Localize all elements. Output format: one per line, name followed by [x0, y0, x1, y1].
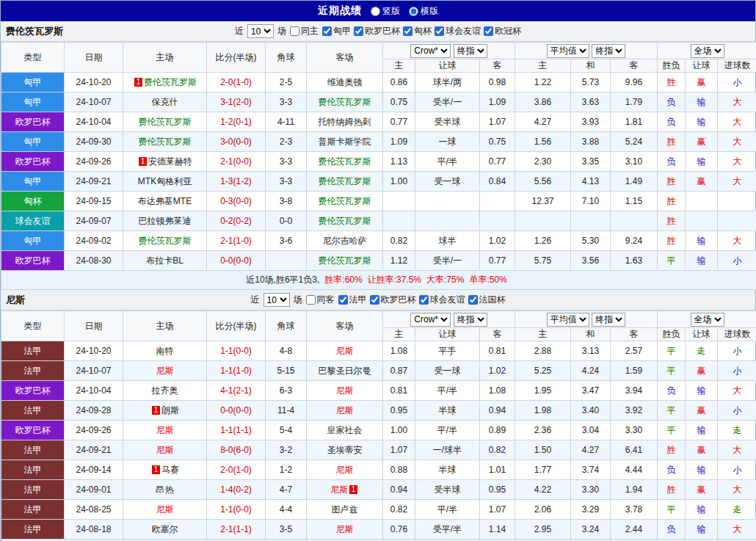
avg-type-select[interactable]: 平均值	[547, 44, 589, 58]
league-type-cell[interactable]: 法甲	[1, 341, 65, 361]
league-filter[interactable]: 匈杯	[403, 25, 432, 37]
home-team-cell[interactable]: 1马赛	[123, 460, 207, 480]
away-team-name[interactable]: 普斯卡斯学院	[319, 137, 371, 147]
home-team-name[interactable]: 尼斯	[156, 504, 174, 515]
score-cell[interactable]: 4-1(2-1)	[207, 381, 266, 401]
away-team-cell[interactable]: 费伦茨瓦罗斯	[307, 211, 383, 231]
league-type-cell[interactable]: 匈甲	[1, 231, 65, 251]
league-checkbox[interactable]	[419, 295, 429, 305]
league-filter[interactable]: 匈甲	[322, 25, 351, 37]
home-team-cell[interactable]: 布拉卡BL	[123, 251, 207, 271]
score-cell[interactable]: 2-1(0-0)	[207, 152, 266, 172]
away-team-name[interactable]: 皇家社会	[327, 425, 363, 435]
vertical-radio[interactable]	[371, 7, 380, 16]
away-team-cell[interactable]: 尼斯	[307, 460, 383, 480]
home-team-name[interactable]: 保克什	[152, 97, 178, 107]
league-type-cell[interactable]: 球会友谊	[1, 211, 65, 231]
odds-time-select[interactable]: 终指	[454, 313, 487, 327]
league-filter[interactable]: 法国杯	[468, 294, 506, 306]
score-cell[interactable]: 2-0(1-0)	[207, 73, 266, 92]
home-team-name[interactable]: 布拉卡BL	[146, 255, 183, 266]
home-team-cell[interactable]: 昂热	[123, 480, 207, 500]
avg-time-select[interactable]: 终指	[592, 44, 625, 58]
away-team-cell[interactable]: 费伦茨瓦罗斯	[307, 172, 383, 192]
away-team-name[interactable]: 费伦茨瓦罗斯	[319, 156, 371, 167]
league-checkbox[interactable]	[468, 295, 478, 305]
league-filter[interactable]: 欧罗巴杯	[354, 25, 400, 37]
away-team-cell[interactable]: 维迪奥顿	[307, 73, 383, 92]
away-team-cell[interactable]: 费伦茨瓦罗斯	[307, 152, 383, 172]
odds-provider-select[interactable]: Crow*	[410, 313, 451, 327]
away-team-cell[interactable]: 尼斯	[307, 401, 383, 421]
avg-time-select[interactable]: 终指	[592, 313, 625, 327]
league-type-cell[interactable]: 欧罗巴杯	[1, 381, 65, 401]
league-type-cell[interactable]: 匈甲	[1, 132, 65, 152]
league-filter[interactable]: 球会友谊	[435, 25, 481, 37]
league-type-cell[interactable]: 法甲	[1, 361, 65, 381]
league-filter[interactable]: 法甲	[338, 294, 367, 306]
home-team-cell[interactable]: 1费伦茨瓦罗斯	[123, 73, 207, 92]
away-team-cell[interactable]: 尼斯	[307, 341, 383, 361]
home-team-cell[interactable]: 1安德莱赫特	[123, 152, 207, 172]
scope-select[interactable]: 全场	[691, 44, 724, 58]
home-team-cell[interactable]: 费伦茨瓦罗斯	[123, 112, 207, 132]
league-type-cell[interactable]: 法甲	[1, 500, 65, 520]
home-team-cell[interactable]: MTK匈格利亚	[123, 172, 207, 192]
away-team-cell[interactable]: 费伦茨瓦罗斯	[307, 92, 383, 112]
away-team-cell[interactable]: 巴黎圣日尔曼	[307, 361, 383, 381]
same-venue-checkbox[interactable]	[290, 26, 299, 36]
avg-type-select[interactable]: 平均值	[547, 313, 589, 327]
home-team-name[interactable]: 费伦茨瓦罗斯	[139, 137, 192, 147]
league-type-cell[interactable]: 匈甲	[1, 172, 65, 192]
score-cell[interactable]: 8-0(6-0)	[207, 440, 266, 460]
home-team-cell[interactable]: 欧塞尔	[123, 520, 207, 540]
score-cell[interactable]: 1-1(0-0)	[207, 341, 266, 361]
home-team-name[interactable]: 布达弗基MTE	[138, 196, 192, 206]
same-venue-checkbox[interactable]	[306, 295, 316, 305]
home-team-name[interactable]: 费伦茨瓦罗斯	[144, 77, 197, 87]
layout-option-vertical[interactable]: 竖版	[371, 5, 400, 18]
home-team-name[interactable]: 尼斯	[156, 445, 174, 455]
away-team-name[interactable]: 费伦茨瓦罗斯	[319, 196, 371, 206]
away-team-name[interactable]: 尼斯	[336, 346, 354, 356]
away-team-cell[interactable]: 圣埃蒂安	[307, 440, 383, 460]
home-team-name[interactable]: 巴拉顿弗莱迪	[139, 216, 192, 226]
score-cell[interactable]: 0-0(0-0)	[207, 251, 266, 271]
league-type-cell[interactable]: 欧罗巴杯	[1, 152, 65, 172]
away-team-name[interactable]: 费伦茨瓦罗斯	[319, 176, 371, 186]
away-team-cell[interactable]: 尼斯	[307, 381, 383, 401]
home-team-cell[interactable]: 尼斯	[123, 500, 207, 520]
score-cell[interactable]: 1-2(0-1)	[207, 112, 266, 132]
home-team-cell[interactable]: 布达弗基MTE	[123, 192, 207, 211]
team-name[interactable]: 尼斯	[6, 294, 25, 307]
away-team-cell[interactable]: 尼斯1	[307, 480, 383, 500]
away-team-name[interactable]: 图卢兹	[332, 504, 358, 515]
score-cell[interactable]: 1-3(1-2)	[207, 172, 266, 192]
odds-time-select[interactable]: 终指	[454, 44, 487, 58]
home-team-cell[interactable]: 拉齐奥	[123, 381, 207, 401]
away-team-cell[interactable]: 尼斯	[307, 520, 383, 540]
away-team-name[interactable]: 圣埃蒂安	[327, 445, 363, 455]
score-cell[interactable]: 3-1(2-0)	[207, 92, 266, 112]
league-checkbox[interactable]	[338, 295, 348, 305]
away-team-name[interactable]: 费伦茨瓦罗斯	[319, 97, 371, 107]
home-team-cell[interactable]: 尼斯	[123, 361, 207, 381]
league-type-cell[interactable]: 欧罗巴杯	[1, 421, 65, 440]
score-cell[interactable]: 3-0(0-0)	[207, 132, 266, 152]
score-cell[interactable]: 2-1(1-0)	[207, 231, 266, 251]
home-team-name[interactable]: 安德莱赫特	[148, 156, 192, 167]
league-type-cell[interactable]: 匈甲	[1, 92, 65, 112]
away-team-cell[interactable]: 托特纳姆热刺	[307, 112, 383, 132]
home-team-name[interactable]: 费伦茨瓦罗斯	[139, 117, 192, 127]
recent-count-select[interactable]: 10	[263, 293, 290, 307]
league-filter[interactable]: 球会友谊	[419, 294, 465, 306]
home-team-cell[interactable]: 费伦茨瓦罗斯	[123, 231, 207, 251]
home-team-cell[interactable]: 南特	[123, 341, 207, 361]
score-cell[interactable]: 0-2(0-2)	[207, 211, 266, 231]
home-team-cell[interactable]: 尼斯	[123, 421, 207, 440]
league-type-cell[interactable]: 匈甲	[1, 73, 65, 92]
away-team-name[interactable]: 尼斯	[336, 405, 354, 415]
home-team-name[interactable]: 朗斯	[161, 405, 179, 415]
score-cell[interactable]: 1-1(1-0)	[207, 361, 266, 381]
home-team-cell[interactable]: 1朗斯	[123, 401, 207, 421]
